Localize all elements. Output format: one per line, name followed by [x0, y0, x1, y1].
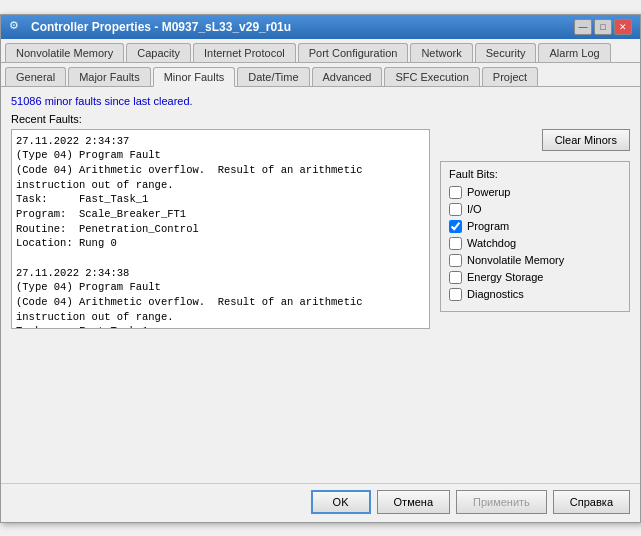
fault-bits-title: Fault Bits: — [449, 168, 621, 180]
fault-io-label: I/O — [467, 203, 482, 215]
fault-nonvolatile-label: Nonvolatile Memory — [467, 254, 564, 266]
cancel-button[interactable]: Отмена — [377, 490, 450, 514]
tab-content: 51086 minor faults since last cleared. R… — [1, 87, 640, 339]
fault-powerup-checkbox[interactable] — [449, 186, 462, 199]
tab-minor-faults[interactable]: Minor Faults — [153, 67, 236, 87]
window-controls: — □ ✕ — [574, 19, 632, 35]
tab-security[interactable]: Security — [475, 43, 537, 62]
fault-diagnostics-label: Diagnostics — [467, 288, 524, 300]
tab-internet-protocol[interactable]: Internet Protocol — [193, 43, 296, 62]
main-window: ⚙ Controller Properties - M0937_sL33_v29… — [0, 14, 641, 523]
tab-date-time[interactable]: Date/Time — [237, 67, 309, 86]
close-button[interactable]: ✕ — [614, 19, 632, 35]
fault-powerup-label: Powerup — [467, 186, 510, 198]
title-bar-left: ⚙ Controller Properties - M0937_sL33_v29… — [9, 19, 291, 35]
fault-watchdog-row: Watchdog — [449, 237, 621, 250]
fault-io-checkbox[interactable] — [449, 203, 462, 216]
main-area: Clear Minors Fault Bits: Powerup I/O Pro… — [11, 129, 630, 331]
empty-space — [1, 339, 640, 479]
tab-general[interactable]: General — [5, 67, 66, 86]
tab-major-faults[interactable]: Major Faults — [68, 67, 151, 86]
tab-nonvolatile-memory[interactable]: Nonvolatile Memory — [5, 43, 124, 62]
tab-port-configuration[interactable]: Port Configuration — [298, 43, 409, 62]
minimize-button[interactable]: — — [574, 19, 592, 35]
tab-alarm-log[interactable]: Alarm Log — [538, 43, 610, 62]
fault-powerup-row: Powerup — [449, 186, 621, 199]
title-bar: ⚙ Controller Properties - M0937_sL33_v29… — [1, 15, 640, 39]
fault-energy-row: Energy Storage — [449, 271, 621, 284]
window-title: Controller Properties - M0937_sL33_v29_r… — [31, 20, 291, 34]
maximize-button[interactable]: □ — [594, 19, 612, 35]
tab-sfc-execution[interactable]: SFC Execution — [384, 67, 479, 86]
fault-io-row: I/O — [449, 203, 621, 216]
fault-nonvolatile-row: Nonvolatile Memory — [449, 254, 621, 267]
fault-diagnostics-checkbox[interactable] — [449, 288, 462, 301]
fault-program-checkbox[interactable] — [449, 220, 462, 233]
fault-log-area — [11, 129, 430, 331]
fault-watchdog-checkbox[interactable] — [449, 237, 462, 250]
app-icon: ⚙ — [9, 19, 25, 35]
fault-energy-checkbox[interactable] — [449, 271, 462, 284]
recent-faults-label: Recent Faults: — [11, 113, 630, 125]
fault-watchdog-label: Watchdog — [467, 237, 516, 249]
button-row: OK Отмена Применить Справка — [1, 483, 640, 522]
tab-capacity[interactable]: Capacity — [126, 43, 191, 62]
tab-project[interactable]: Project — [482, 67, 538, 86]
fault-program-row: Program — [449, 220, 621, 233]
fault-bits-box: Fault Bits: Powerup I/O Program — [440, 161, 630, 312]
tab-advanced[interactable]: Advanced — [312, 67, 383, 86]
fault-nonvolatile-checkbox[interactable] — [449, 254, 462, 267]
ok-button[interactable]: OK — [311, 490, 371, 514]
tabs-row1: Nonvolatile Memory Capacity Internet Pro… — [1, 39, 640, 63]
clear-minors-button[interactable]: Clear Minors — [542, 129, 630, 151]
fault-energy-label: Energy Storage — [467, 271, 543, 283]
apply-button[interactable]: Применить — [456, 490, 547, 514]
help-button[interactable]: Справка — [553, 490, 630, 514]
fault-diagnostics-row: Diagnostics — [449, 288, 621, 301]
minor-faults-count: 51086 minor faults since last cleared. — [11, 95, 630, 107]
tab-network[interactable]: Network — [410, 43, 472, 62]
fault-log-textarea[interactable] — [11, 129, 430, 329]
tabs-row2: General Major Faults Minor Faults Date/T… — [1, 63, 640, 87]
right-panel: Clear Minors Fault Bits: Powerup I/O Pro… — [440, 129, 630, 331]
fault-program-label: Program — [467, 220, 509, 232]
